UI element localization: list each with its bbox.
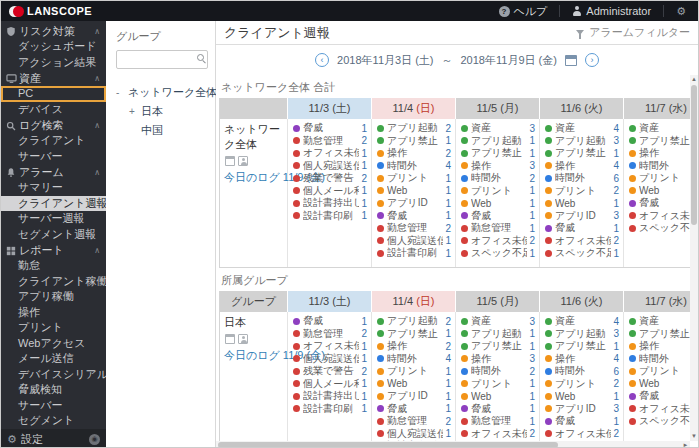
settings-menu-button[interactable]: ⚙	[664, 1, 698, 21]
member-icon[interactable]	[238, 334, 248, 344]
horizontal-scrollbar[interactable]: ►	[216, 441, 690, 448]
alarm-count: 3	[529, 316, 535, 327]
alarm-label: プリント	[555, 184, 611, 198]
group-search-input[interactable]	[116, 50, 208, 69]
sidebar-item-デバイスシリアル[interactable]: デバイスシリアル	[1, 367, 106, 383]
day-header-11/6[interactable]: 11/6 (火)	[540, 98, 624, 119]
sidebar-settings[interactable]: ⚙ 設定 ◉	[1, 429, 106, 448]
sidebar-group-1[interactable]: 資産∧	[1, 70, 106, 86]
shield-icon	[5, 25, 17, 38]
alarm-count: 2	[361, 328, 367, 339]
sidebar-group-0[interactable]: リスク対策∧	[1, 23, 106, 39]
alarm-item: 個人メール利用1	[288, 378, 371, 391]
tree-node-日本[interactable]: +日本	[116, 102, 207, 121]
tree-expander-icon[interactable]: +	[129, 106, 141, 117]
sidebar-item-操作[interactable]: 操作	[1, 305, 106, 321]
sidebar-item-勤怠[interactable]: 勤怠	[1, 258, 106, 274]
alarm-label: Web	[555, 391, 611, 402]
next-week-button[interactable]: ›	[585, 53, 599, 67]
sidebar-item-サーバー[interactable]: サーバー	[1, 398, 106, 414]
day-header-11/3[interactable]: 11/3 (土)	[288, 98, 372, 119]
vertical-scroll-thumb[interactable]	[691, 85, 697, 225]
alarm-dot-orange	[545, 187, 552, 194]
user-menu[interactable]: Administrator	[560, 1, 663, 21]
alarm-item: 脅威1	[288, 315, 371, 328]
alarm-item: 脅威	[624, 390, 693, 403]
day-header-11/7[interactable]: 11/7 (水)	[624, 98, 693, 119]
member-icon[interactable]	[238, 156, 248, 166]
alarm-dot-purple	[293, 318, 300, 325]
alarm-item: 設計書印刷1	[372, 247, 455, 260]
sidebar-item-セグメント[interactable]: セグメント	[1, 413, 106, 429]
sidebar-item-クライアント稼働[interactable]: クライアント稼働	[1, 274, 106, 290]
day-header-11/4[interactable]: 11/4 (日)	[372, 98, 456, 119]
alarm-item: プリント2	[540, 378, 623, 391]
alarm-label: 設計書印刷	[303, 402, 359, 416]
alarm-dot-red	[293, 175, 300, 182]
alarm-dot-green	[377, 125, 384, 132]
sidebar-item-サーバー[interactable]: サーバー	[1, 149, 106, 165]
sidebar-item-アプリ稼働[interactable]: アプリ稼働	[1, 289, 106, 305]
scroll-up-button[interactable]: ▲	[690, 75, 698, 84]
prev-week-button[interactable]: ‹	[315, 53, 329, 67]
day-header-11/6[interactable]: 11/6 (火)	[540, 291, 624, 312]
alarm-item: 勤怠管理1	[456, 415, 539, 428]
calendar-icon[interactable]	[565, 55, 577, 66]
day-header-11/7[interactable]: 11/7 (水)	[624, 291, 693, 312]
chevron-up-icon: ∧	[94, 74, 102, 83]
alarm-dot-red	[629, 405, 636, 412]
alarm-dot-purple	[545, 225, 552, 232]
alarm-item: アプリ禁止	[624, 328, 693, 341]
sidebar-item-クライアント[interactable]: クライアント	[1, 133, 106, 149]
alarm-item: アプリ禁止1	[540, 340, 623, 353]
sidebar-group-3[interactable]: アラーム∧	[1, 164, 106, 180]
alarm-count: 1	[445, 378, 451, 389]
sidebar-item-プリント[interactable]: プリント	[1, 320, 106, 336]
help-button[interactable]: ? ヘルプ	[487, 1, 560, 21]
alarm-dot-red	[293, 212, 300, 219]
tree-expander-icon[interactable]: -	[116, 87, 128, 98]
scroll-down-button[interactable]: ▼	[690, 432, 698, 441]
sidebar-item-サーバー週報[interactable]: サーバー週報	[1, 211, 106, 227]
horizontal-scroll-thumb[interactable]	[218, 442, 558, 448]
tree-node-ネットワーク全体[interactable]: -ネットワーク全体	[116, 83, 207, 102]
sidebar-group-4[interactable]: レポート∧	[1, 242, 106, 258]
alarm-dot-orange	[377, 200, 384, 207]
sidebar-collapse-button[interactable]: ◉	[89, 434, 100, 445]
sidebar-item-メール送信[interactable]: メール送信	[1, 351, 106, 367]
calendar-icon[interactable]	[225, 334, 235, 344]
sidebar-item-ダッシュボード[interactable]: ダッシュボード	[1, 39, 106, 55]
calendar-icon[interactable]	[225, 156, 235, 166]
sidebar-item-クライアント週報[interactable]: クライアント週報	[1, 196, 106, 212]
sidebar-item-Webアクセス[interactable]: Webアクセス	[1, 336, 106, 352]
alarm-item: Web1	[456, 197, 539, 210]
alarm-item: アプリ禁止1	[372, 135, 455, 148]
day-header-11/5[interactable]: 11/5 (月)	[456, 98, 540, 119]
sidebar-item-アクション結果[interactable]: アクション結果	[1, 55, 106, 71]
alarm-count: 1	[361, 316, 367, 327]
sidebar-item-脅威検知[interactable]: 脅威検知	[1, 382, 106, 398]
alarm-item: プリント1	[456, 185, 539, 198]
today-log-link[interactable]: 今日のログ 11/9 (金)	[224, 170, 284, 185]
alarm-item: 操作3	[456, 353, 539, 366]
day-header-11/3[interactable]: 11/3 (土)	[288, 291, 372, 312]
alarm-filter-button[interactable]: アラームフィルター	[576, 25, 690, 40]
tree-node-中国[interactable]: 中国	[116, 121, 207, 140]
sidebar-item-デバイス[interactable]: デバイス	[1, 102, 106, 118]
alarm-dot-green	[377, 137, 384, 144]
sidebar-item-PC[interactable]: PC	[1, 86, 106, 102]
sidebar-item-サマリー[interactable]: サマリー	[1, 180, 106, 196]
alarm-count: 2	[613, 235, 619, 246]
scroll-right-button[interactable]: ►	[681, 441, 690, 448]
search-icon	[5, 119, 17, 131]
sidebar-item-セグメント週報[interactable]: セグメント週報	[1, 227, 106, 243]
vertical-scrollbar[interactable]: ▲ ▼	[690, 75, 698, 441]
day-header-11/5[interactable]: 11/5 (月)	[456, 291, 540, 312]
alarm-dot-orange	[545, 200, 552, 207]
sidebar-group-2[interactable]: ログ検索∧	[1, 117, 106, 133]
alarm-item: スペック不足1	[456, 247, 539, 260]
day-header-11/4[interactable]: 11/4 (日)	[372, 291, 456, 312]
alarm-item: 資産	[624, 122, 693, 135]
alarm-dot-orange	[377, 150, 384, 157]
today-log-link[interactable]: 今日のログ 11/9 (金)	[224, 348, 284, 363]
